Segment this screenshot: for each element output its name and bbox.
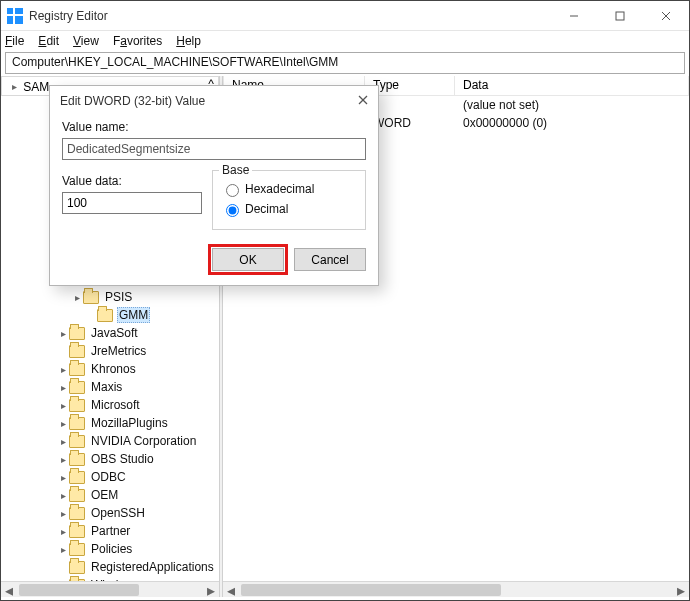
cancel-button[interactable]: Cancel <box>294 248 366 271</box>
tree-item-label: RegisteredApplications <box>89 560 216 574</box>
tree-item-label: PSIS <box>103 290 134 304</box>
tree-item-label: JreMetrics <box>89 344 148 358</box>
dialog-titlebar[interactable]: Edit DWORD (32-bit) Value <box>50 86 378 116</box>
scroll-thumb[interactable] <box>19 584 139 596</box>
chevron-right-icon[interactable]: ▸ <box>57 489 69 501</box>
tree-item-label: GMM <box>117 307 150 323</box>
tree-item[interactable]: ▸Partner <box>1 522 219 540</box>
tree-item-label: Khronos <box>89 362 138 376</box>
tree-item[interactable]: ▸GMM <box>1 306 219 324</box>
folder-icon <box>69 381 85 394</box>
chevron-right-icon[interactable]: ▸ <box>57 381 69 393</box>
tree-item-label: Partner <box>89 524 132 538</box>
dialog-close-button[interactable] <box>358 94 368 108</box>
base-groupbox: Base Hexadecimal Decimal <box>212 170 366 230</box>
scroll-right-icon[interactable]: ▸ <box>203 582 219 598</box>
folder-icon <box>69 435 85 448</box>
col-data[interactable]: Data <box>455 76 689 95</box>
tree-item[interactable]: ▸OEM <box>1 486 219 504</box>
tree-item-label: Microsoft <box>89 398 142 412</box>
minimize-button[interactable] <box>551 1 597 31</box>
svg-rect-1 <box>616 12 624 20</box>
chevron-right-icon[interactable]: ▸ <box>57 453 69 465</box>
menubar: File Edit View Favorites Help <box>1 31 689 51</box>
cell-data: 0x00000000 (0) <box>455 116 689 130</box>
folder-icon <box>69 453 85 466</box>
value-data-field[interactable] <box>62 192 202 214</box>
tree-item[interactable]: ▸JreMetrics <box>1 342 219 360</box>
tree-horizontal-scrollbar[interactable]: ◂ ▸ <box>1 581 219 597</box>
tree-item[interactable]: ▸Policies <box>1 540 219 558</box>
titlebar: Registry Editor <box>1 1 689 31</box>
tree-item[interactable]: ▸PSIS <box>1 288 219 306</box>
scroll-left-icon[interactable]: ◂ <box>1 582 17 598</box>
window-controls <box>551 1 689 31</box>
tree-item[interactable]: ▸Microsoft <box>1 396 219 414</box>
folder-icon <box>69 417 85 430</box>
tree-item-label: JavaSoft <box>89 326 140 340</box>
tree-item-label: OBS Studio <box>89 452 156 466</box>
tree-item[interactable]: ▸JavaSoft <box>1 324 219 342</box>
tree-item-label: NVIDIA Corporation <box>89 434 198 448</box>
dialog-title: Edit DWORD (32-bit) Value <box>60 94 205 108</box>
tree-header-label: SAM <box>23 80 49 94</box>
chevron-right-icon[interactable]: ▸ <box>71 291 83 303</box>
chevron-right-icon[interactable]: ▸ <box>57 471 69 483</box>
chevron-right-icon[interactable]: ▸ <box>57 417 69 429</box>
value-name-field[interactable] <box>62 138 366 160</box>
tree-item-label: Maxis <box>89 380 124 394</box>
scroll-thumb[interactable] <box>241 584 501 596</box>
menu-file[interactable]: File <box>5 34 24 48</box>
close-button[interactable] <box>643 1 689 31</box>
menu-favorites[interactable]: Favorites <box>113 34 162 48</box>
maximize-button[interactable] <box>597 1 643 31</box>
folder-icon <box>69 489 85 502</box>
tree-item[interactable]: ▸NVIDIA Corporation <box>1 432 219 450</box>
tree-item[interactable]: ▸RegisteredApplications <box>1 558 219 576</box>
tree-item[interactable]: ▸ODBC <box>1 468 219 486</box>
chevron-right-icon[interactable]: ▸ <box>57 435 69 447</box>
list-horizontal-scrollbar[interactable]: ◂ ▸ <box>223 581 689 597</box>
folder-icon <box>69 561 85 574</box>
tree-item[interactable]: ▸OpenSSH <box>1 504 219 522</box>
base-label: Base <box>219 163 252 177</box>
chevron-right-icon[interactable]: ▸ <box>57 327 69 339</box>
ok-button[interactable]: OK <box>212 248 284 271</box>
tree-item-label: Policies <box>89 542 134 556</box>
chevron-right-icon[interactable]: ▸ <box>57 525 69 537</box>
folder-icon <box>69 399 85 412</box>
tree-item[interactable]: ▸MozillaPlugins <box>1 414 219 432</box>
address-bar[interactable]: Computer\HKEY_LOCAL_MACHINE\SOFTWARE\Int… <box>5 52 685 74</box>
menu-view[interactable]: View <box>73 34 99 48</box>
scroll-right-icon[interactable]: ▸ <box>673 582 689 598</box>
chevron-right-icon[interactable]: ▸ <box>57 399 69 411</box>
chevron-right-icon[interactable]: ▸ <box>57 543 69 555</box>
cell-data: (value not set) <box>455 98 689 112</box>
folder-icon <box>69 543 85 556</box>
folder-icon <box>69 525 85 538</box>
tree-item-label: OpenSSH <box>89 506 147 520</box>
chevron-right-icon[interactable]: ▸ <box>57 507 69 519</box>
menu-help[interactable]: Help <box>176 34 201 48</box>
folder-icon <box>97 309 113 322</box>
folder-icon <box>69 507 85 520</box>
tree-item[interactable]: ▸OBS Studio <box>1 450 219 468</box>
edit-dword-dialog: Edit DWORD (32-bit) Value Value name: Va… <box>49 85 379 286</box>
folder-icon <box>69 471 85 484</box>
value-name-label: Value name: <box>62 120 366 134</box>
menu-edit[interactable]: Edit <box>38 34 59 48</box>
folder-icon <box>69 363 85 376</box>
folder-icon <box>83 291 99 304</box>
scroll-left-icon[interactable]: ◂ <box>223 582 239 598</box>
chevron-right-icon: ▸ <box>8 81 20 93</box>
folder-icon <box>69 327 85 340</box>
tree-item-label: OEM <box>89 488 120 502</box>
chevron-right-icon[interactable]: ▸ <box>57 363 69 375</box>
folder-icon <box>69 345 85 358</box>
radio-hexadecimal[interactable] <box>226 184 239 197</box>
value-data-label: Value data: <box>62 174 212 188</box>
tree-item[interactable]: ▸Khronos <box>1 360 219 378</box>
radio-decimal[interactable] <box>226 204 239 217</box>
tree-item-label: ODBC <box>89 470 128 484</box>
tree-item[interactable]: ▸Maxis <box>1 378 219 396</box>
